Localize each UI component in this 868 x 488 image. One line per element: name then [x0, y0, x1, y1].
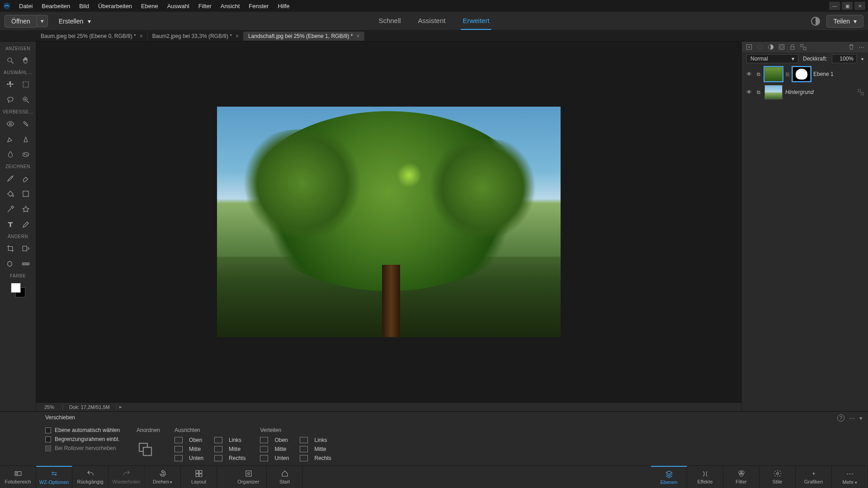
align-right-icon[interactable] — [214, 455, 222, 461]
eraser-tool[interactable] — [21, 174, 31, 183]
straighten-tool[interactable] — [21, 259, 31, 269]
distribute-right-icon[interactable] — [300, 455, 308, 461]
align-left-icon[interactable] — [214, 437, 222, 443]
status-arrow-icon[interactable]: ▸ — [117, 404, 125, 410]
layout-button[interactable]: Layout — [181, 466, 217, 488]
smart-brush-tool[interactable] — [5, 134, 15, 144]
color-swatch[interactable] — [11, 283, 25, 297]
menu-edit[interactable]: Bearbeiten — [37, 1, 75, 11]
sponge-tool[interactable] — [21, 150, 31, 160]
opacity-input[interactable]: 100% — [832, 54, 857, 63]
recompose-tool[interactable] — [21, 244, 31, 253]
close-icon[interactable]: × — [356, 33, 359, 39]
rollover-checkbox[interactable]: Bei Rollover hervorheben — [45, 445, 122, 451]
tool-options-button[interactable]: WZ-Optionen — [36, 466, 72, 488]
layer-fx-icon[interactable] — [857, 89, 864, 96]
link-layers-icon[interactable] — [800, 43, 807, 51]
create-button[interactable]: Erstellen▾ — [59, 18, 91, 25]
clone-stamp-tool[interactable] — [21, 134, 31, 144]
status-zoom[interactable]: 25% — [36, 404, 62, 410]
visibility-toggle[interactable]: 👁 — [745, 89, 753, 95]
layer-thumbnail[interactable] — [764, 67, 783, 81]
mask-thumbnail[interactable] — [793, 67, 811, 81]
blur-tool[interactable] — [5, 150, 15, 160]
hand-tool[interactable] — [21, 56, 31, 66]
styles-panel-button[interactable]: Stile — [760, 466, 796, 488]
distribute-middle-icon[interactable] — [260, 446, 268, 452]
mode-tab-guided[interactable]: Assistent — [416, 12, 448, 30]
gradient-tool[interactable] — [21, 189, 31, 199]
menu-file[interactable]: Datei — [14, 1, 37, 11]
window-maximize-button[interactable]: ▣ — [842, 2, 853, 10]
layer-row[interactable]: 👁 ⧉ Hintergrund — [742, 83, 868, 101]
share-button[interactable]: Teilen▾ — [826, 15, 863, 28]
layer-name[interactable]: Ebene 1 — [813, 71, 834, 77]
menu-select[interactable]: Auswahl — [163, 1, 194, 11]
document-tab[interactable]: Landschaft.jpg bei 25% (Ebene 1, RGB/8) … — [244, 32, 365, 41]
link-icon[interactable]: ⧉ — [755, 71, 762, 77]
lock-icon[interactable] — [789, 43, 796, 51]
rotate-button[interactable]: Drehen — [145, 466, 181, 488]
menu-image[interactable]: Bild — [75, 1, 94, 11]
menu-window[interactable]: Fenster — [244, 1, 273, 11]
distribute-left-icon[interactable] — [300, 437, 308, 443]
menu-enhance[interactable]: Überarbeiten — [94, 1, 137, 11]
organizer-button[interactable]: Organizer — [231, 466, 267, 488]
visibility-toggle[interactable]: 👁 — [745, 71, 753, 77]
arrange-icon[interactable] — [137, 441, 153, 457]
distribute-bottom-icon[interactable] — [260, 455, 268, 461]
distribute-center-icon[interactable] — [300, 446, 308, 452]
canvas-viewport[interactable] — [36, 42, 741, 402]
redeye-tool[interactable] — [5, 119, 15, 129]
layers-panel-button[interactable]: Ebenen — [651, 466, 687, 488]
menu-layer[interactable]: Ebene — [137, 1, 163, 11]
menu-filter[interactable]: Filter — [194, 1, 216, 11]
layer-thumbnail[interactable] — [764, 85, 783, 99]
foreground-color[interactable] — [11, 283, 21, 293]
undo-button[interactable]: Rückgängig — [72, 466, 108, 488]
help-icon[interactable]: ? — [837, 414, 844, 422]
shape-tool[interactable] — [21, 204, 31, 214]
photo-bin-button[interactable]: Fotobereich — [0, 466, 36, 488]
redo-button[interactable]: Wiederholen — [108, 466, 145, 488]
new-group-icon[interactable] — [756, 43, 764, 51]
move-tool[interactable] — [5, 80, 15, 89]
layer-row[interactable]: 👁 ⧉ ⛓ Ebene 1 — [742, 65, 868, 83]
auto-select-checkbox[interactable]: Ebene automatisch wählen — [45, 427, 122, 433]
panel-menu-icon[interactable]: ⋯ — [849, 415, 855, 422]
crop-tool[interactable] — [5, 244, 15, 253]
close-icon[interactable]: × — [236, 33, 239, 39]
canvas-image[interactable] — [217, 107, 561, 337]
window-minimize-button[interactable]: — — [829, 2, 840, 10]
marquee-tool[interactable] — [21, 80, 31, 89]
text-tool[interactable] — [5, 220, 15, 230]
trash-icon[interactable] — [848, 43, 855, 51]
pencil-tool[interactable] — [21, 220, 31, 230]
bounding-box-checkbox[interactable]: Begrenzungsrahmen einbl. — [45, 436, 122, 442]
zoom-tool[interactable] — [5, 56, 15, 66]
align-top-icon[interactable] — [175, 437, 183, 443]
magic-wand-tool[interactable] — [21, 95, 31, 105]
start-button[interactable]: Start — [267, 466, 303, 488]
align-middle-icon[interactable] — [175, 446, 183, 452]
mode-tab-expert[interactable]: Erweitert — [461, 12, 491, 30]
menu-view[interactable]: Ansicht — [216, 1, 245, 11]
link-icon[interactable]: ⧉ — [755, 89, 762, 95]
paint-bucket-tool[interactable] — [5, 189, 15, 199]
adjustment-layer-icon[interactable] — [767, 43, 774, 51]
open-button[interactable]: Öffnen — [5, 15, 37, 28]
lasso-tool[interactable] — [5, 95, 15, 105]
open-dropdown-button[interactable]: ▾ — [37, 15, 48, 27]
layer-name[interactable]: Hintergrund — [785, 89, 814, 95]
align-center-icon[interactable] — [214, 446, 222, 452]
effects-panel-button[interactable]: Effekte — [687, 466, 723, 488]
close-icon[interactable]: × — [140, 33, 143, 39]
graphics-panel-button[interactable]: Grafiken — [796, 466, 832, 488]
menu-help[interactable]: Hilfe — [273, 1, 294, 11]
brush-tool[interactable] — [5, 174, 15, 183]
document-tab[interactable]: Baum.jpeg bei 25% (Ebene 0, RGB/8) *× — [36, 32, 148, 41]
spot-heal-tool[interactable] — [21, 119, 31, 129]
mask-icon[interactable] — [778, 43, 785, 51]
window-close-button[interactable]: ✕ — [854, 2, 865, 10]
mask-link-icon[interactable]: ⛓ — [785, 72, 790, 77]
